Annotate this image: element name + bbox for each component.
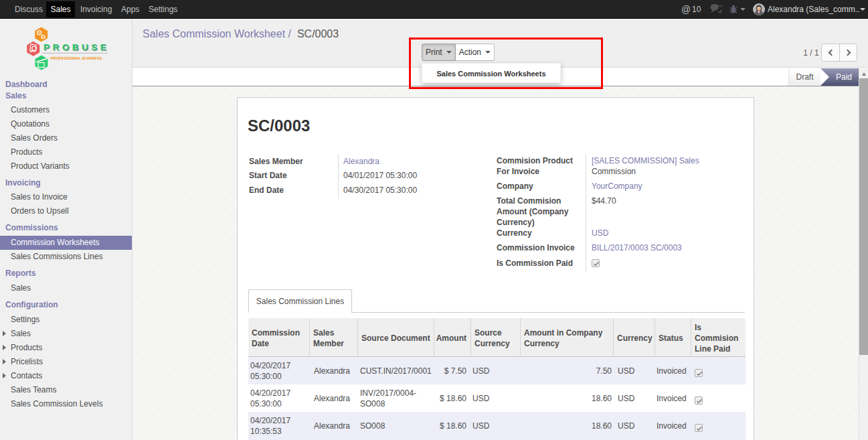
svg-text:PROBUSE: PROBUSE	[44, 42, 109, 52]
svg-text:PROFESSIONAL BUSINESS: PROFESSIONAL BUSINESS	[51, 56, 102, 60]
